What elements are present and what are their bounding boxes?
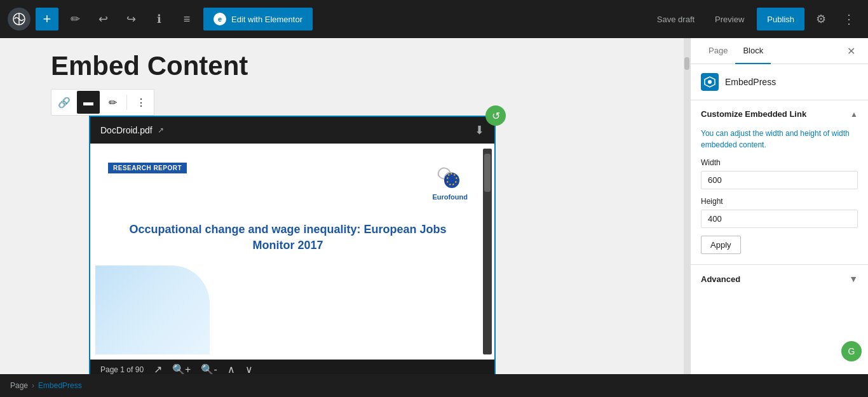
- height-label: Height: [701, 197, 858, 206]
- eurofound-icon-svg: ★ ★ ★ ★ ★ ★ ★ ★ ★: [430, 161, 468, 193]
- next-page-icon[interactable]: ∨: [245, 363, 253, 374]
- redo-button[interactable]: ↪: [119, 8, 142, 30]
- width-label: Width: [701, 158, 858, 167]
- embedpress-title: EmbedPress: [725, 77, 776, 87]
- external-link-icon[interactable]: ↗: [158, 126, 164, 135]
- embed-filename: DocDroid.pdf: [100, 125, 153, 135]
- pdf-footer-bar: Page 1 of 90 ↗ 🔍+ 🔍- ∧ ∨: [90, 360, 494, 374]
- advanced-section[interactable]: Advanced ▼: [691, 265, 868, 293]
- zoom-in-icon[interactable]: 🔍+: [172, 363, 191, 374]
- main-scrollbar-thumb: [684, 57, 689, 70]
- embedpress-header: EmbedPress: [691, 64, 868, 100]
- customize-chevron-icon: ▲: [850, 110, 858, 119]
- embed-title: Embed Content: [51, 51, 248, 81]
- save-draft-button[interactable]: Save draft: [649, 15, 702, 24]
- eurofound-text: Eurofound: [432, 193, 468, 201]
- top-bar: + ✏ ↩ ↪ ℹ ≡ e Edit with Elementor Save d…: [0, 0, 868, 38]
- panel-close-button[interactable]: ✕: [844, 43, 858, 60]
- breadcrumb: Page › EmbedPress: [0, 374, 868, 397]
- main-scrollbar[interactable]: [684, 38, 690, 374]
- customize-section-header[interactable]: Customize Embedded Link ▲: [691, 100, 868, 128]
- height-input[interactable]: [701, 210, 858, 228]
- elementor-icon: e: [214, 13, 226, 25]
- embedpress-logo-icon: [701, 73, 719, 91]
- pdf-scrollbar[interactable]: [483, 149, 492, 354]
- grammarly-badge[interactable]: G: [841, 341, 862, 361]
- editor-area: Embed Content 🔗 ▬ ✏ ⋮ ↺ DocDroid.pdf ↗ ⬇: [0, 38, 684, 374]
- pdf-scrollbar-thumb: [484, 154, 491, 192]
- customize-section-title: Customize Embedded Link: [701, 109, 806, 119]
- page-info: Page 1 of 90: [100, 365, 144, 374]
- add-block-button[interactable]: +: [36, 8, 58, 30]
- embed-block: DocDroid.pdf ↗ ⬇ RESEARCH REPORT: [89, 116, 496, 374]
- tab-block[interactable]: Block: [735, 38, 771, 64]
- refresh-badge-top[interactable]: ↺: [485, 105, 506, 126]
- pdf-decoration: [95, 266, 210, 354]
- undo-button[interactable]: ↩: [92, 8, 114, 30]
- edit-pen-button[interactable]: ✏: [64, 8, 86, 30]
- embed-header: DocDroid.pdf ↗ ⬇: [90, 117, 494, 144]
- embed-wrapper: ↺ DocDroid.pdf ↗ ⬇ RESEARCH REPORT: [51, 116, 496, 374]
- breadcrumb-current[interactable]: EmbedPress: [38, 381, 82, 390]
- zoom-out-icon[interactable]: 🔍-: [201, 363, 217, 374]
- link-toolbar-btn[interactable]: 🔗: [53, 91, 76, 114]
- eurofound-logo: ★ ★ ★ ★ ★ ★ ★ ★ ★: [430, 161, 468, 201]
- preview-button[interactable]: Preview: [707, 15, 752, 24]
- svg-point-13: [708, 80, 712, 84]
- customize-section-content: You can adjust the width and height of w…: [691, 128, 868, 264]
- align-toolbar-btn[interactable]: ▬: [77, 91, 100, 114]
- more-options-button[interactable]: ⋮: [837, 8, 860, 30]
- pdf-title: Occupational change and wage inequality:…: [108, 222, 468, 253]
- more-toolbar-btn[interactable]: ⋮: [130, 91, 153, 114]
- edit-with-elementor-button[interactable]: e Edit with Elementor: [203, 8, 313, 30]
- settings-button[interactable]: ⚙: [810, 8, 832, 30]
- publish-button[interactable]: Publish: [757, 8, 804, 30]
- breadcrumb-page[interactable]: Page: [10, 381, 28, 390]
- advanced-chevron-icon: ▼: [849, 274, 858, 284]
- width-input[interactable]: [701, 171, 858, 189]
- apply-button[interactable]: Apply: [701, 236, 741, 254]
- research-report-badge: RESEARCH REPORT: [108, 163, 187, 173]
- customize-description: You can adjust the width and height of w…: [701, 128, 858, 151]
- download-icon[interactable]: ⬇: [475, 123, 484, 137]
- advanced-title: Advanced: [701, 274, 740, 284]
- prev-page-icon[interactable]: ∧: [227, 363, 235, 374]
- breadcrumb-separator: ›: [32, 381, 34, 390]
- tab-page[interactable]: Page: [701, 38, 735, 64]
- main-layout: Embed Content 🔗 ▬ ✏ ⋮ ↺ DocDroid.pdf ↗ ⬇: [0, 38, 868, 374]
- pencil-toolbar-btn[interactable]: ✏: [101, 91, 124, 114]
- panel-tabs: Page Block ✕: [691, 38, 868, 64]
- pdf-main: RESEARCH REPORT: [95, 149, 480, 354]
- info-button[interactable]: ℹ: [147, 8, 170, 30]
- external-link-footer-icon[interactable]: ↗: [154, 363, 162, 374]
- toolbar-divider: [126, 95, 127, 110]
- panel-body-remainder: G: [691, 293, 868, 374]
- customize-section: Customize Embedded Link ▲ You can adjust…: [691, 100, 868, 265]
- pdf-content-area: RESEARCH REPORT: [90, 144, 494, 360]
- list-view-button[interactable]: ≡: [175, 8, 198, 30]
- wp-logo[interactable]: [8, 8, 31, 30]
- right-panel: Page Block ✕ EmbedPress Customize Embedd…: [690, 38, 868, 374]
- block-toolbar: 🔗 ▬ ✏ ⋮: [51, 89, 154, 116]
